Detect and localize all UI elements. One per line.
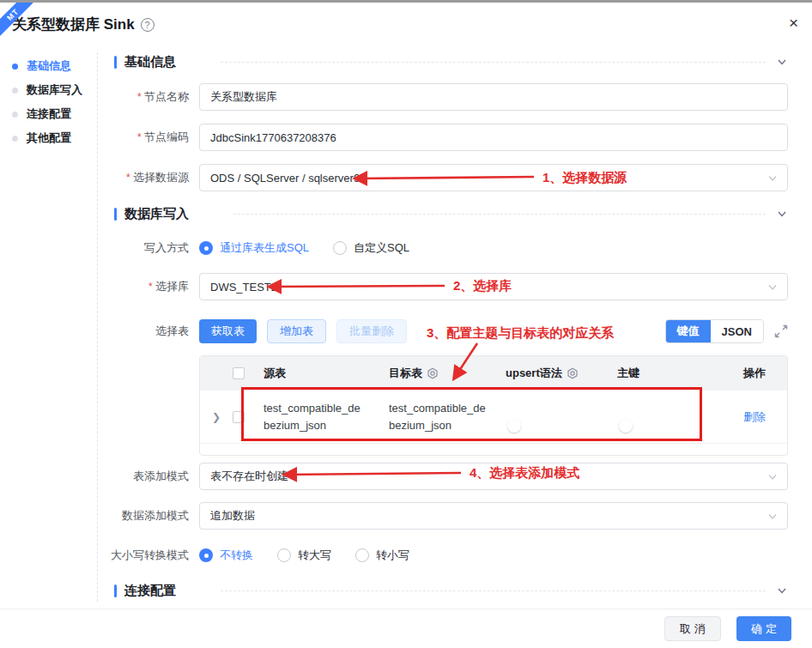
view-json-tab[interactable]: JSON	[711, 320, 763, 342]
section-dashed-line	[221, 62, 766, 63]
database-value: DWS_TEST2	[210, 281, 277, 294]
fullscreen-icon[interactable]	[774, 324, 788, 338]
chevron-down-icon[interactable]	[776, 56, 788, 68]
section-header-connection: 连接配置	[103, 579, 788, 602]
radio-uppercase[interactable]: 转大写	[277, 548, 331, 563]
chevron-down-icon	[767, 282, 778, 293]
annotation-2-text: 2、选择库	[453, 278, 512, 294]
section-title: 数据库写入	[124, 206, 189, 222]
radio-label: 通过库表生成SQL	[220, 240, 309, 256]
node-code-row: 节点编码 JdbcSink1770637208376	[103, 124, 788, 151]
datasource-value: ODS / SQLServer / sqlserver97	[210, 172, 366, 185]
node-name-input[interactable]: 关系型数据库	[199, 83, 788, 111]
fetch-tables-button[interactable]: 获取表	[199, 319, 257, 343]
row-checkbox[interactable]	[233, 411, 245, 423]
col-target-table: 目标表	[389, 366, 506, 381]
annotation-3-text: 3、配置主题与目标表的对应关系	[427, 325, 614, 342]
settings-icon[interactable]	[427, 367, 439, 379]
add-table-button[interactable]: 增加表	[267, 319, 326, 343]
dialog-title-text: 关系型数据库 Sink	[12, 15, 135, 34]
section-accent-bar	[114, 584, 117, 597]
data-add-mode-label: 数据添加模式	[103, 508, 199, 524]
annotation-1-text: 1、选择数据源	[542, 170, 627, 186]
node-name-label: 节点名称	[103, 89, 199, 105]
dot-icon	[12, 136, 18, 142]
radio-label: 转大写	[298, 548, 331, 563]
help-icon[interactable]: ?	[141, 18, 155, 32]
datasource-select[interactable]: ODS / SQLServer / sqlserver97	[199, 164, 788, 191]
database-label: 选择库	[103, 279, 199, 294]
dot-icon	[12, 112, 18, 118]
delete-row-link[interactable]: 删除	[743, 410, 766, 423]
datasource-row: 选择数据源 ODS / SQLServer / sqlserver97	[103, 164, 788, 191]
col-action: 操作	[722, 366, 787, 381]
datasource-label: 选择数据源	[103, 170, 199, 185]
target-table-cell: test_compatible_de bezium_json	[389, 400, 506, 434]
dot-icon	[12, 64, 18, 70]
data-add-mode-select[interactable]: 追加数据	[199, 502, 788, 530]
view-keyvalue-tab[interactable]: 键值	[666, 320, 711, 342]
write-mode-label: 写入方式	[103, 240, 199, 256]
col-upsert: upsert语法	[506, 366, 617, 381]
radio-label: 自定义SQL	[354, 240, 409, 256]
radio-label: 转小写	[376, 548, 409, 563]
case-mode-row: 大小写转换模式 不转换 转大写 转小写	[103, 547, 788, 564]
section-title: 连接配置	[124, 583, 176, 599]
radio-icon	[355, 548, 369, 562]
sidebar-item-db-write[interactable]: 数据库写入	[12, 78, 94, 102]
radio-generate-sql[interactable]: 通过库表生成SQL	[199, 240, 309, 256]
chevron-down-icon	[767, 472, 778, 482]
section-accent-bar	[114, 56, 117, 69]
view-mode-segment: 键值 JSON	[665, 319, 764, 343]
database-row: 选择库 DWS_TEST2	[103, 273, 788, 300]
col-source-table: 源表	[264, 366, 389, 381]
cancel-button[interactable]: 取消	[664, 616, 721, 641]
table-row-wrap: 源表 目标表 upsert语法	[103, 355, 788, 456]
relational-db-sink-dialog: MT 关系型数据库 Sink ? × 基础信息 数据库写入 连接配置 其他配置 …	[0, 0, 812, 648]
section-title: 基础信息	[124, 54, 176, 70]
select-all-checkbox[interactable]	[233, 367, 245, 379]
radio-lowercase[interactable]: 转小写	[355, 548, 409, 563]
expand-row-icon[interactable]: ❯	[200, 411, 233, 423]
node-name-row: 节点名称 关系型数据库	[103, 83, 788, 111]
section-dashed-line	[221, 590, 766, 591]
node-code-value: JdbcSink1770637208376	[210, 131, 336, 144]
dialog-footer: 取消 确定	[0, 609, 812, 648]
data-add-mode-row: 数据添加模式 追加数据	[103, 502, 788, 530]
radio-icon	[277, 548, 291, 562]
close-icon[interactable]: ×	[789, 15, 798, 31]
table-add-mode-label: 表添加模式	[103, 469, 199, 484]
chevron-down-icon[interactable]	[776, 584, 788, 597]
settings-icon[interactable]	[567, 367, 579, 379]
chevron-down-icon[interactable]	[776, 208, 788, 220]
chevron-down-icon	[767, 173, 778, 184]
sidebar-item-basic-info[interactable]: 基础信息	[12, 54, 94, 78]
sidebar-item-label: 连接配置	[27, 106, 71, 122]
table-add-mode-value: 表不存在时创建	[210, 469, 288, 484]
sidebar-divider	[97, 52, 98, 602]
section-header-basic: 基础信息	[103, 51, 788, 73]
table-select-label: 选择表	[103, 324, 199, 339]
table-header-row: 源表 目标表 upsert语法	[200, 356, 787, 391]
confirm-button[interactable]: 确定	[736, 616, 791, 641]
batch-delete-button[interactable]: 批量删除	[336, 319, 407, 343]
source-table-cell: test_compatible_de bezium_json	[264, 400, 389, 434]
radio-no-convert[interactable]: 不转换	[199, 548, 253, 563]
node-code-label: 节点编码	[103, 130, 199, 145]
node-code-input[interactable]: JdbcSink1770637208376	[199, 124, 788, 151]
anchor-sidebar: 基础信息 数据库写入 连接配置 其他配置	[12, 54, 94, 150]
radio-label: 不转换	[220, 548, 253, 563]
sidebar-item-connection[interactable]: 连接配置	[12, 102, 94, 126]
sidebar-item-other[interactable]: 其他配置	[12, 126, 94, 150]
write-mode-row: 写入方式 通过库表生成SQL 自定义SQL	[103, 239, 788, 257]
dot-icon	[12, 88, 18, 94]
table-add-mode-row: 表添加模式 表不存在时创建	[103, 463, 788, 490]
case-mode-label: 大小写转换模式	[103, 548, 199, 563]
node-name-value: 关系型数据库	[210, 89, 277, 105]
radio-icon	[199, 548, 213, 562]
radio-custom-sql[interactable]: 自定义SQL	[333, 240, 409, 256]
sidebar-item-label: 其他配置	[27, 130, 71, 146]
radio-icon	[199, 241, 213, 255]
sidebar-item-label: 数据库写入	[27, 82, 82, 98]
page-title: 关系型数据库 Sink ?	[12, 15, 155, 34]
